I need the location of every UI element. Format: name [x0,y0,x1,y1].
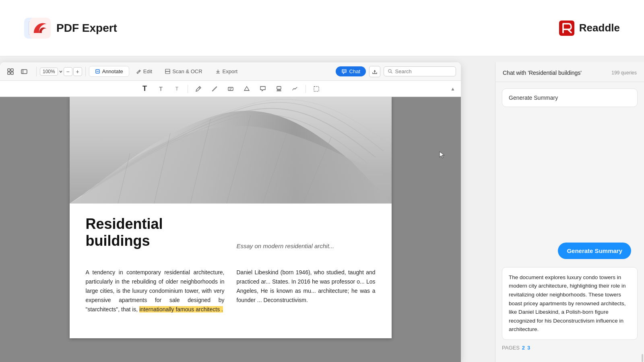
app-window: 100% − + Annotate Edit Scan & OCR Export [0,62,461,362]
tab-export[interactable]: Export [209,66,244,77]
export-icon [215,69,221,74]
top-bar: PDF Expert Readdle [0,0,644,56]
document-subtitle: Essay on modern residential archit... [237,243,334,249]
comment-icon [260,86,266,92]
grid-view-icon[interactable] [5,66,16,77]
annotate-icon [95,69,100,74]
page-link-2[interactable]: 2 [522,345,525,351]
app-logo: PDF Expert [24,18,117,39]
generate-summary-button[interactable]: Generate Summary [558,243,631,259]
annotation-toolbar: T T T ▲ [0,81,461,97]
chat-scrollbar-area [495,354,644,362]
svg-rect-5 [8,69,10,71]
zoom-control: 100% − + [40,67,82,76]
zoom-increase-btn[interactable]: + [73,67,82,76]
text-medium-tool[interactable]: T [155,83,167,95]
chat-scrollbar[interactable] [642,354,643,362]
readdle-icon [559,21,574,36]
ann-separator-2 [305,85,306,93]
pdf-expert-logo-icon [30,18,51,39]
shapes-icon [244,86,250,92]
edit-icon [136,69,141,74]
para-right-text: Daniel Libeskind (born 1946), who studie… [237,269,376,303]
text-small-tool[interactable]: T [171,83,183,95]
svg-rect-3 [30,18,51,39]
prompt-box: Generate Summary [502,88,638,107]
svg-rect-9 [21,70,27,74]
toolbar-tabs: Annotate Edit Scan & OCR Export [89,66,334,77]
share-icon [372,69,378,74]
document-title: Residential buildings [86,216,225,249]
zoom-value[interactable]: 100% [40,68,58,76]
pages-label: PAGES [502,345,520,351]
toolbar-separator-1 [36,67,37,76]
chat-title: Chat with 'Residential buildings' [503,70,582,76]
highlighted-text: internationally famous architects . [139,306,223,313]
sidebar-toggle-icon[interactable] [19,66,30,77]
toolbar-separator-2 [85,67,86,76]
search-box[interactable] [384,66,456,76]
search-input[interactable] [395,68,452,74]
svg-line-18 [391,72,392,74]
summary-text: The document explores luxury condo tower… [509,274,625,333]
document-text-area: Residential buildings Essay on modern re… [70,204,392,326]
svg-rect-25 [278,89,280,90]
scan-icon [165,69,170,74]
comment-tool[interactable] [257,83,268,95]
text-large-tool[interactable]: T [139,83,151,95]
signature-icon [292,86,298,92]
svg-point-17 [388,70,391,72]
marker-icon [211,86,218,92]
chat-bubble-icon [341,69,347,74]
tab-scan[interactable]: Scan & OCR [159,66,208,77]
chat-panel: Chat with 'Residential buildings' 199 qu… [495,62,644,362]
search-icon [388,69,393,74]
share-button[interactable] [369,66,380,77]
highlight-tool[interactable] [193,83,204,95]
svg-line-13 [139,71,140,72]
svg-rect-6 [11,69,13,71]
arch-image-svg [70,97,392,204]
zoom-decrease-btn[interactable]: − [64,67,72,76]
architecture-image [70,97,392,204]
tab-annotate[interactable]: Annotate [89,66,129,77]
svg-rect-8 [11,72,13,74]
text-box-tool[interactable] [225,83,236,95]
chat-button[interactable]: Chat [336,66,366,76]
page-content: Residential buildings Essay on modern re… [70,97,392,338]
toolbar-right: Chat [336,66,456,77]
svg-rect-24 [277,86,281,89]
shapes-tool[interactable] [241,83,252,95]
pdf-page[interactable]: Residential buildings Essay on modern re… [0,97,461,362]
pages-line: PAGES 2 3 [502,343,638,354]
signature-tool[interactable] [289,83,301,95]
svg-rect-27 [314,86,319,91]
marker-tool[interactable] [209,83,220,95]
left-paragraph: A tendency in contemporary residential a… [86,268,225,314]
svg-rect-7 [8,72,10,74]
subtitle-area: Essay on modern residential archit... [237,216,376,256]
ann-separator-1 [188,85,188,93]
svg-marker-23 [244,86,249,90]
pdf-area: Residential buildings Essay on modern re… [0,97,461,362]
zoom-dropdown-icon[interactable] [59,70,63,74]
svg-rect-4 [559,21,574,36]
toolbar-left-icons [5,66,30,77]
chat-header: Chat with 'Residential buildings' 199 qu… [495,62,644,82]
generate-btn-area: Generate Summary [495,243,644,267]
page-link-3[interactable]: 3 [527,345,530,351]
selection-tool[interactable] [311,83,322,95]
stamp-tool[interactable] [273,83,285,95]
summary-box: The document explores luxury condo tower… [502,267,638,340]
chat-body: Generate Summary [495,82,644,243]
text-box-icon [227,86,234,92]
tab-edit[interactable]: Edit [130,66,158,77]
right-paragraph: Daniel Libeskind (born 1946), who studie… [237,268,376,314]
readdle-logo: Readdle [559,21,620,36]
readdle-name-label: Readdle [579,22,620,34]
annotation-bar-collapse[interactable]: ▲ [449,85,457,93]
title-area: Residential buildings [86,216,225,256]
chat-spacer [502,112,638,236]
app-name-label: PDF Expert [56,22,117,35]
stamp-icon [276,86,282,92]
